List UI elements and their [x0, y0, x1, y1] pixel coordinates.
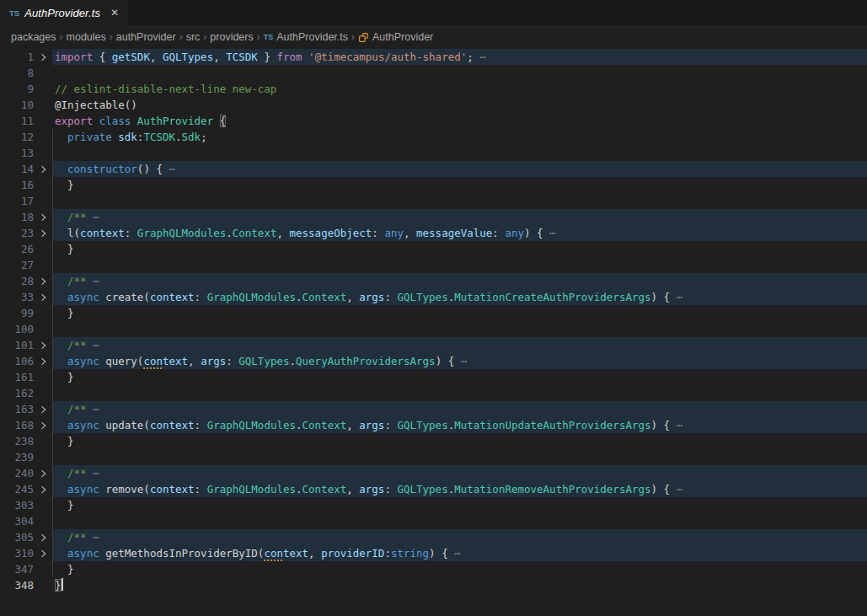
- code-line-content[interactable]: }: [52, 177, 867, 193]
- code-line-content[interactable]: async remove(context: GraphQLModules.Con…: [52, 481, 867, 497]
- folded-code-ellipsis[interactable]: ⋯: [87, 211, 99, 223]
- fold-chevron-icon[interactable]: [34, 279, 52, 284]
- folded-code-ellipsis[interactable]: ⋯: [543, 227, 556, 239]
- gutter[interactable]: 310: [0, 545, 52, 561]
- fold-chevron-icon[interactable]: [34, 343, 52, 348]
- fold-chevron-icon[interactable]: [34, 231, 52, 236]
- gutter[interactable]: 28: [0, 273, 52, 289]
- folded-code-ellipsis[interactable]: ⋯: [87, 467, 99, 479]
- code-line-content[interactable]: /** ⋯: [52, 465, 867, 481]
- gutter[interactable]: 100: [0, 321, 52, 337]
- gutter[interactable]: 13: [0, 145, 52, 161]
- folded-code-ellipsis[interactable]: ⋯: [87, 531, 99, 544]
- gutter[interactable]: 14: [0, 161, 52, 177]
- fold-chevron-icon[interactable]: [34, 487, 52, 492]
- gutter[interactable]: 106: [0, 353, 52, 369]
- code-line-content[interactable]: [52, 65, 867, 81]
- code-editor[interactable]: 1import { getSDK, GQLTypes, TCSDK } from…: [0, 49, 867, 593]
- fold-chevron-icon[interactable]: [34, 423, 52, 428]
- gutter[interactable]: 8: [0, 65, 52, 81]
- breadcrumb-item-providers[interactable]: providers: [210, 31, 253, 43]
- code-line-content[interactable]: }: [52, 497, 867, 513]
- folded-code-ellipsis[interactable]: ⋯: [87, 275, 99, 287]
- gutter[interactable]: 239: [0, 449, 52, 465]
- code-line-content[interactable]: /** ⋯: [52, 209, 867, 225]
- code-line-content[interactable]: async query(context, args: GQLTypes.Quer…: [52, 353, 867, 369]
- folded-code-ellipsis[interactable]: ⋯: [87, 339, 99, 351]
- breadcrumb-item-authprovider[interactable]: authProvider: [116, 31, 176, 43]
- code-line-content[interactable]: /** ⋯: [52, 529, 867, 545]
- folded-code-ellipsis[interactable]: ⋯: [163, 163, 175, 175]
- code-line-content[interactable]: /** ⋯: [52, 401, 867, 417]
- gutter[interactable]: 12: [0, 129, 52, 145]
- breadcrumb-item-authprovider-ts[interactable]: TSAuthProvider.ts: [264, 31, 348, 43]
- code-line-content[interactable]: [52, 193, 867, 209]
- code-line-content[interactable]: }: [52, 577, 867, 593]
- gutter[interactable]: 305: [0, 529, 52, 545]
- breadcrumb-item-authprovider[interactable]: AuthProvider: [358, 31, 433, 43]
- gutter[interactable]: 101: [0, 337, 52, 353]
- gutter[interactable]: 168: [0, 417, 52, 433]
- folded-code-ellipsis[interactable]: ⋯: [448, 547, 461, 560]
- fold-chevron-icon[interactable]: [34, 407, 52, 412]
- gutter[interactable]: 18: [0, 209, 52, 225]
- code-line-content[interactable]: async getMethodsInProviderByID(context, …: [52, 545, 867, 561]
- fold-chevron-icon[interactable]: [34, 167, 52, 172]
- folded-code-ellipsis[interactable]: ⋯: [87, 403, 99, 415]
- gutter[interactable]: 303: [0, 497, 52, 513]
- code-line-content[interactable]: export class AuthProvider {: [52, 113, 867, 129]
- code-line-content[interactable]: [52, 385, 867, 401]
- gutter[interactable]: 348: [0, 577, 52, 593]
- gutter[interactable]: 11: [0, 113, 52, 129]
- fold-chevron-icon[interactable]: [34, 551, 52, 556]
- code-line-content[interactable]: private sdk:TCSDK.Sdk;: [52, 129, 867, 145]
- tab-authprovider[interactable]: TS AuthProvider.ts ✕: [0, 0, 129, 25]
- folded-code-ellipsis[interactable]: ⋯: [670, 419, 682, 431]
- gutter[interactable]: 238: [0, 433, 52, 449]
- gutter[interactable]: 16: [0, 177, 52, 193]
- code-line-content[interactable]: /** ⋯: [52, 337, 867, 353]
- code-line-content[interactable]: async create(context: GraphQLModules.Con…: [52, 289, 867, 305]
- gutter[interactable]: 162: [0, 385, 52, 401]
- code-line-content[interactable]: [52, 513, 867, 529]
- fold-chevron-icon[interactable]: [34, 215, 52, 220]
- gutter[interactable]: 17: [0, 193, 52, 209]
- code-line-content[interactable]: [52, 257, 867, 273]
- fold-chevron-icon[interactable]: [34, 471, 52, 476]
- gutter[interactable]: 33: [0, 289, 52, 305]
- gutter[interactable]: 163: [0, 401, 52, 417]
- fold-chevron-icon[interactable]: [34, 55, 52, 60]
- gutter[interactable]: 23: [0, 225, 52, 241]
- breadcrumb-item-packages[interactable]: packages: [11, 31, 56, 43]
- gutter[interactable]: 99: [0, 305, 52, 321]
- gutter[interactable]: 27: [0, 257, 52, 273]
- code-line-content[interactable]: [52, 321, 867, 337]
- code-line-content[interactable]: async update(context: GraphQLModules.Con…: [52, 417, 867, 433]
- gutter[interactable]: 240: [0, 465, 52, 481]
- fold-chevron-icon[interactable]: [34, 295, 52, 300]
- fold-chevron-icon[interactable]: [34, 535, 52, 540]
- code-line-content[interactable]: }: [52, 305, 867, 321]
- gutter[interactable]: 347: [0, 561, 52, 577]
- code-line-content[interactable]: import { getSDK, GQLTypes, TCSDK } from …: [52, 49, 867, 65]
- code-line-content[interactable]: }: [52, 369, 867, 385]
- code-line-content[interactable]: @Injectable(): [52, 97, 867, 113]
- gutter[interactable]: 1: [0, 49, 52, 65]
- folded-code-ellipsis[interactable]: ⋯: [670, 483, 682, 495]
- code-line-content[interactable]: }: [52, 561, 867, 577]
- gutter[interactable]: 9: [0, 81, 52, 97]
- code-line-content[interactable]: [52, 449, 867, 465]
- gutter[interactable]: 26: [0, 241, 52, 257]
- gutter[interactable]: 161: [0, 369, 52, 385]
- code-line-content[interactable]: /** ⋯: [52, 273, 867, 289]
- code-line-content[interactable]: }: [52, 433, 867, 449]
- code-line-content[interactable]: }: [52, 241, 867, 257]
- code-line-content[interactable]: l(context: GraphQLModules.Context, messa…: [52, 225, 867, 241]
- code-line-content[interactable]: [52, 145, 867, 161]
- folded-code-ellipsis[interactable]: ⋯: [454, 355, 467, 367]
- gutter[interactable]: 10: [0, 97, 52, 113]
- fold-chevron-icon[interactable]: [34, 359, 52, 364]
- close-tab-icon[interactable]: ✕: [110, 8, 119, 18]
- breadcrumb-item-src[interactable]: src: [186, 31, 201, 43]
- breadcrumb-item-modules[interactable]: modules: [67, 31, 106, 43]
